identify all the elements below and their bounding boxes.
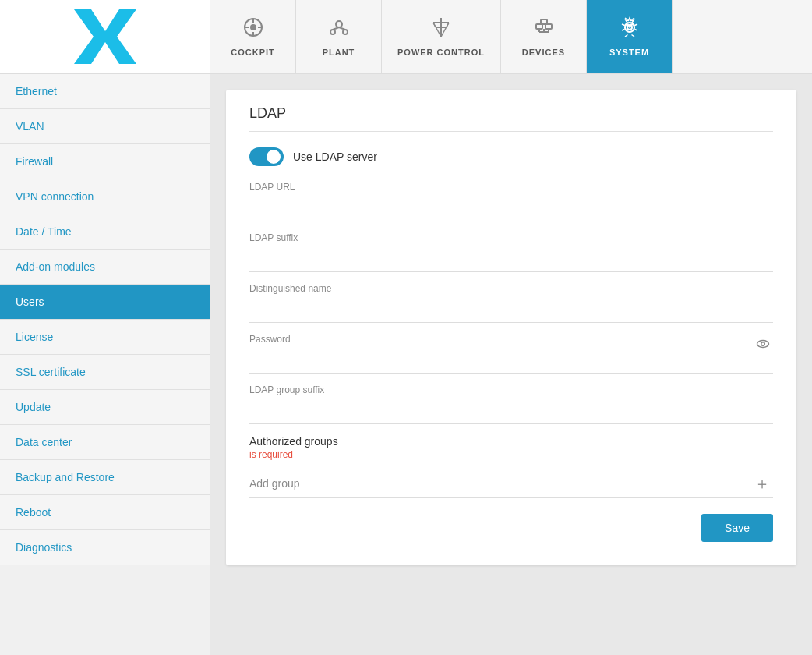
tab-power-control[interactable]: POWER CONTROL (382, 0, 501, 73)
authorized-groups-title: Authorized groups (249, 435, 773, 448)
password-field: Password (249, 334, 773, 374)
sidebar-item-ethernet[interactable]: Ethernet (0, 74, 210, 109)
svg-point-8 (330, 30, 335, 34)
sidebar-item-license[interactable]: License (0, 320, 210, 355)
system-icon (619, 16, 641, 43)
tab-plant[interactable]: PLANT (296, 0, 382, 73)
distinguished-name-label: Distinguished name (249, 283, 773, 294)
ldap-url-input[interactable] (249, 196, 773, 214)
power-control-label: POWER CONTROL (397, 48, 485, 57)
sidebar-item-backup[interactable]: Backup and Restore (0, 460, 210, 495)
devices-label: DEVICES (522, 48, 565, 57)
devices-icon (533, 16, 555, 43)
svg-point-7 (336, 21, 342, 27)
content-area: LDAP Use LDAP server LDAP URL LDAP suffi… (210, 74, 812, 655)
sidebar-item-users[interactable]: Users (0, 285, 210, 320)
app-logo (74, 9, 136, 64)
distinguished-name-field: Distinguished name (249, 283, 773, 323)
svg-point-9 (343, 30, 348, 34)
sidebar-item-vpn[interactable]: VPN connection (0, 179, 210, 214)
svg-rect-21 (541, 19, 547, 24)
svg-point-2 (250, 24, 256, 30)
power-control-icon (430, 16, 452, 43)
nav-tabs: COCKPIT PLANT POWER CON (210, 0, 812, 73)
add-group-row: Add group ＋ (249, 476, 773, 498)
svg-line-10 (333, 27, 339, 30)
ldap-group-suffix-label: LDAP group suffix (249, 384, 773, 395)
ldap-suffix-label: LDAP suffix (249, 232, 773, 243)
add-group-label: Add group (249, 477, 300, 490)
sidebar-item-datetime[interactable]: Date / Time (0, 214, 210, 250)
authorized-groups-section: Authorized groups is required (249, 435, 773, 460)
sidebar-item-update[interactable]: Update (0, 390, 210, 425)
sidebar-item-firewall[interactable]: Firewall (0, 144, 210, 179)
tab-system[interactable]: SYSTEM (587, 0, 673, 73)
sidebar: Ethernet VLAN Firewall VPN connection Da… (0, 74, 210, 655)
card-title: LDAP (249, 105, 773, 132)
password-input[interactable] (249, 348, 773, 366)
sidebar-item-reboot[interactable]: Reboot (0, 495, 210, 530)
password-label: Password (249, 334, 773, 345)
tab-devices[interactable]: DEVICES (501, 0, 587, 73)
ldap-card: LDAP Use LDAP server LDAP URL LDAP suffi… (226, 90, 796, 565)
cockpit-label: COCKPIT (231, 48, 275, 57)
ldap-toggle[interactable] (249, 147, 284, 166)
authorized-groups-required: is required (249, 449, 773, 460)
top-nav: COCKPIT PLANT POWER CON (0, 0, 812, 74)
ldap-url-label: LDAP URL (249, 182, 773, 193)
svg-marker-0 (74, 9, 136, 64)
main-content: Ethernet VLAN Firewall VPN connection Da… (0, 74, 812, 655)
save-row: Save (249, 514, 773, 542)
ldap-url-field: LDAP URL (249, 182, 773, 221)
svg-point-29 (761, 342, 765, 346)
sidebar-item-addons[interactable]: Add-on modules (0, 250, 210, 285)
distinguished-name-input[interactable] (249, 297, 773, 316)
svg-line-11 (339, 27, 345, 30)
ldap-group-suffix-input[interactable] (249, 398, 773, 417)
plant-icon (328, 16, 350, 43)
add-group-button[interactable]: ＋ (751, 476, 773, 491)
ldap-suffix-input[interactable] (249, 246, 773, 265)
sidebar-item-vlan[interactable]: VLAN (0, 109, 210, 144)
logo-area (0, 0, 210, 73)
cockpit-icon (242, 16, 264, 43)
toggle-row: Use LDAP server (249, 147, 773, 166)
svg-point-28 (757, 341, 769, 348)
sidebar-item-diagnostics[interactable]: Diagnostics (0, 530, 210, 565)
save-button[interactable]: Save (701, 514, 773, 542)
plant-label: PLANT (323, 48, 355, 57)
sidebar-item-datacenter[interactable]: Data center (0, 425, 210, 460)
ldap-group-suffix-field: LDAP group suffix (249, 384, 773, 424)
ldap-suffix-field: LDAP suffix (249, 232, 773, 272)
password-eye-icon[interactable] (756, 337, 770, 354)
system-label: SYSTEM (609, 48, 649, 57)
tab-cockpit[interactable]: COCKPIT (210, 0, 296, 73)
sidebar-item-ssl[interactable]: SSL certificate (0, 355, 210, 390)
toggle-label: Use LDAP server (293, 150, 377, 163)
